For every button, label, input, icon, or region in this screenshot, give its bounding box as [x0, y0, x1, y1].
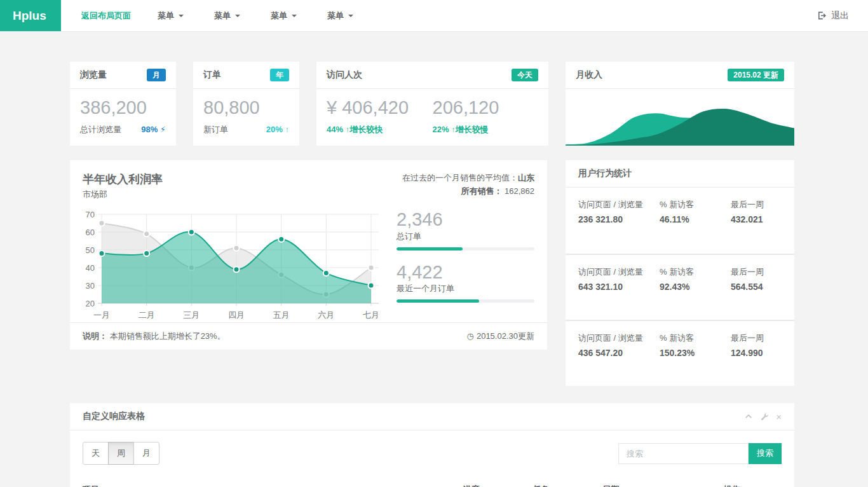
wrench-icon: [760, 413, 768, 421]
last-week-metric: 124.990: [731, 348, 782, 358]
search-button[interactable]: 搜索: [749, 443, 782, 464]
search-input[interactable]: [618, 443, 749, 464]
orders-label: 新订单: [203, 124, 228, 135]
svg-text:七月: 七月: [363, 310, 379, 320]
chart-title: 半年收入利润率: [83, 172, 388, 187]
panel-note: 说明： 本期销售额比上期增长了23%。: [83, 331, 226, 342]
month-orders-progress: [397, 299, 534, 303]
user-behavior-panel: 用户行为统计 访问页面 / 浏览量236 321.80 % 新访客46.11% …: [566, 160, 794, 386]
visits-metric: 436 547.20: [578, 348, 648, 358]
total-orders-label: 总订单: [397, 231, 534, 242]
column-header-date: 日期: [602, 479, 723, 487]
menu-item-2[interactable]: 菜单: [199, 0, 255, 31]
panel-title: 自定义响应表格: [83, 411, 145, 422]
svg-text:40: 40: [86, 263, 95, 273]
sales-summary-text: 在过去的一个月销售的平均值：山东 所有销售： 162,862: [397, 172, 534, 197]
stat-card-income: 月收入 2015.02 更新: [566, 62, 794, 146]
stat-card-visits: 访问人次 今天 ¥ 406,420 44% ↑增长较快 206,120 22% …: [316, 62, 548, 146]
responsive-table-panel: 自定义响应表格 × 天 周 月: [70, 403, 794, 487]
menu-item-4[interactable]: 菜单: [312, 0, 369, 31]
new-visitors-metric: 150.23%: [660, 348, 731, 358]
svg-text:四月: 四月: [228, 310, 245, 320]
stat-card-orders: 订单 年 80,800 新订单 20% ↑: [193, 62, 299, 146]
revenue-profit-chart: 203040506070一月二月三月四月五月六月七月: [83, 205, 388, 324]
visits-right-percent: 22%: [433, 125, 449, 134]
svg-text:60: 60: [86, 228, 95, 237]
collapse-button[interactable]: [745, 413, 752, 420]
last-week-metric: 432.021: [731, 214, 782, 224]
column-header-task: 任务: [532, 479, 602, 487]
visits-left-desc: 增长较快: [349, 125, 383, 134]
total-orders-stat: 2,346 总订单: [397, 210, 534, 250]
visits-right-block: 206,120 22% ↑增长较慢: [433, 98, 539, 136]
income-sparkline-chart: [566, 89, 794, 146]
page-content: 浏览量 月 386,200 总计浏览量 98% ⚡ 订单 年 80,800 新订…: [0, 32, 868, 487]
new-visitors-metric: 92.43%: [660, 282, 731, 292]
period-badge: 月: [147, 69, 166, 81]
top-navbar: Hplus 返回布局页面 菜单 菜单 菜单 菜单 退出: [0, 0, 868, 32]
svg-text:一月: 一月: [93, 310, 110, 320]
brand-logo[interactable]: Hplus: [0, 0, 61, 31]
chevron-down-icon: [235, 15, 240, 17]
visits-left-percent: 44%: [327, 125, 343, 134]
filter-week-button[interactable]: 周: [108, 442, 134, 465]
card-title: 浏览量: [80, 69, 107, 81]
navbar-menu: 返回布局页面 菜单 菜单 菜单 菜单: [61, 0, 369, 31]
card-title: 订单: [203, 69, 221, 81]
visits-left-block: ¥ 406,420 44% ↑增长较快: [327, 98, 433, 136]
total-orders-value: 2,346: [397, 210, 534, 230]
close-icon[interactable]: ×: [776, 412, 782, 422]
views-percent: 98%: [141, 125, 158, 134]
svg-text:五月: 五月: [273, 310, 290, 320]
menu-item-1[interactable]: 菜单: [142, 0, 199, 31]
visits-metric: 643 321.10: [578, 282, 648, 292]
revenue-profit-panel: 半年收入利润率 市场部 203040506070一月二月三月四月五月六月七月 在…: [70, 160, 547, 350]
chevron-down-icon: [292, 15, 297, 17]
chevron-up-icon: [745, 413, 752, 420]
filter-month-button[interactable]: 月: [133, 442, 159, 465]
middle-row: 半年收入利润率 市场部 203040506070一月二月三月四月五月六月七月 在…: [70, 160, 794, 386]
visits-metric: 236 321.80: [578, 214, 648, 224]
views-label: 总计浏览量: [80, 124, 121, 135]
column-header-action: 操作: [724, 479, 782, 487]
total-sales-value: 162,862: [505, 186, 534, 196]
user-stats-row: 访问页面 / 浏览量436 547.20 % 新访客150.23% 最后一周12…: [566, 320, 794, 386]
user-stats-row: 访问页面 / 浏览量643 321.10 % 新访客92.43% 最后一周564…: [566, 254, 794, 320]
month-orders-stat: 4,422 最近一个月订单: [397, 263, 534, 303]
update-time: ◷2015.02.30更新: [467, 331, 534, 342]
card-title: 月收入: [576, 69, 602, 81]
orders-percent: 20%: [266, 125, 283, 134]
stat-card-views: 浏览量 月 386,200 总计浏览量 98% ⚡: [70, 62, 176, 146]
orders-value: 80,800: [203, 98, 289, 118]
month-orders-label: 最近一个月订单: [397, 283, 534, 294]
logout-button[interactable]: 退出: [817, 0, 868, 31]
settings-button[interactable]: [760, 413, 768, 421]
back-to-layout-link[interactable]: 返回布局页面: [70, 0, 142, 31]
updated-badge: 2015.02 更新: [728, 69, 784, 81]
total-orders-progress: [397, 247, 534, 250]
projects-table: 项目 进度 任务 日期 操作: [83, 479, 782, 487]
menu-item-3[interactable]: 菜单: [255, 0, 312, 31]
sign-out-icon: [817, 11, 826, 20]
stat-cards-row: 浏览量 月 386,200 总计浏览量 98% ⚡ 订单 年 80,800 新订…: [70, 62, 794, 146]
views-value: 386,200: [80, 98, 166, 118]
svg-text:70: 70: [86, 210, 95, 219]
svg-text:20: 20: [86, 299, 95, 308]
panel-footer: 说明： 本期销售额比上期增长了23%。 ◷2015.02.30更新: [70, 322, 547, 350]
visits-count: 206,120: [433, 98, 539, 118]
user-stats-row: 访问页面 / 浏览量236 321.80 % 新访客46.11% 最后一周432…: [566, 188, 794, 254]
svg-text:三月: 三月: [183, 310, 200, 320]
visits-amount: ¥ 406,420: [327, 98, 433, 118]
bolt-icon: ⚡: [160, 125, 166, 134]
filter-day-button[interactable]: 天: [83, 442, 109, 465]
level-up-icon: ↑: [285, 125, 290, 134]
svg-text:六月: 六月: [318, 310, 334, 320]
avg-sales-region: 山东: [518, 173, 534, 182]
period-badge: 今天: [512, 69, 538, 81]
svg-text:30: 30: [86, 281, 95, 291]
month-orders-value: 4,422: [397, 263, 534, 283]
last-week-metric: 564.554: [731, 282, 782, 292]
chevron-down-icon: [348, 15, 353, 17]
logout-label: 退出: [831, 10, 849, 22]
table-search: 搜索: [618, 443, 782, 464]
